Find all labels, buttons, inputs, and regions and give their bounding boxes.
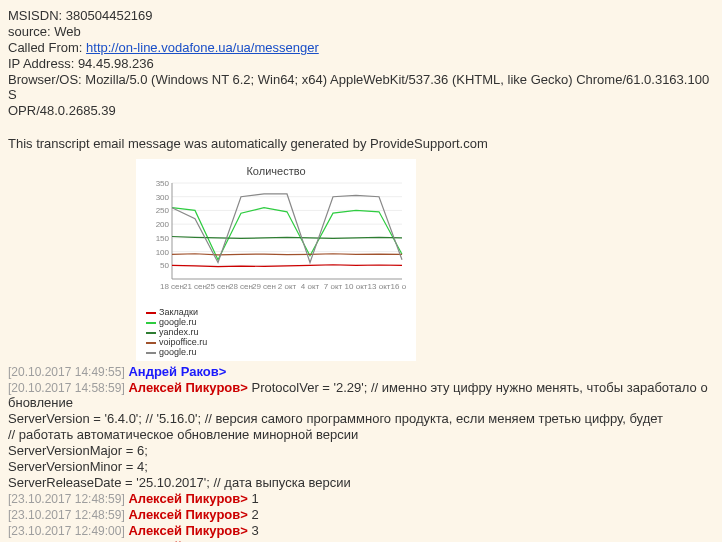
message-gt: > bbox=[240, 380, 248, 395]
chart-legend: Закладкиgoogle.ruyandex.ruvoipoffice.rug… bbox=[146, 307, 406, 357]
message-gt: > bbox=[240, 507, 248, 522]
svg-text:250: 250 bbox=[156, 206, 170, 215]
legend-label: Закладки bbox=[159, 307, 198, 317]
svg-text:16 окт: 16 окт bbox=[391, 282, 406, 291]
legend-item: Закладки bbox=[146, 307, 406, 317]
message-timestamp: [23.10.2017 12:48:59] bbox=[8, 508, 125, 522]
meta-ip: IP Address: 94.45.98.236 bbox=[8, 56, 714, 71]
legend-label: voipoffice.ru bbox=[159, 337, 207, 347]
chart-svg: 5010015020025030035018 сен21 сен25 сен28… bbox=[146, 179, 406, 307]
message-body: 3 bbox=[248, 523, 259, 538]
svg-text:13 окт: 13 окт bbox=[368, 282, 391, 291]
meta-opr: OPR/48.0.2685.39 bbox=[8, 103, 714, 118]
svg-text:29 сен: 29 сен bbox=[252, 282, 276, 291]
message-row: [20.10.2017 14:58:59] Алексей Пикуров> P… bbox=[8, 380, 714, 410]
message-body: 2 bbox=[248, 507, 259, 522]
message-author: Алексей Пикуров bbox=[128, 380, 240, 395]
svg-text:150: 150 bbox=[156, 234, 170, 243]
message-continuation: ServerReleaseDate = '25.10.2017'; // дат… bbox=[8, 475, 714, 490]
svg-text:4 окт: 4 окт bbox=[301, 282, 320, 291]
message-body: 1 bbox=[248, 491, 259, 506]
chart-container: Количество 5010015020025030035018 сен21 … bbox=[136, 159, 416, 361]
message-list: [20.10.2017 14:49:55] Андрей Раков>[20.1… bbox=[8, 364, 714, 542]
svg-text:2 окт: 2 окт bbox=[278, 282, 297, 291]
source-value: Web bbox=[54, 24, 81, 39]
called-from-link[interactable]: http://on-line.vodafone.ua/ua/messenger bbox=[86, 40, 319, 55]
meta-called-from: Called From: http://on-line.vodafone.ua/… bbox=[8, 40, 714, 55]
legend-item: google.ru bbox=[146, 347, 406, 357]
message-author: Алексей Пикуров bbox=[128, 507, 240, 522]
svg-text:25 сен: 25 сен bbox=[206, 282, 230, 291]
browser-label: Browser/OS: bbox=[8, 72, 82, 87]
svg-text:50: 50 bbox=[160, 261, 169, 270]
called-from-label: Called From: bbox=[8, 40, 82, 55]
message-row: [23.10.2017 12:48:59] Алексей Пикуров> 2 bbox=[8, 507, 714, 522]
message-row: [20.10.2017 14:49:55] Андрей Раков> bbox=[8, 364, 714, 379]
chart-title: Количество bbox=[146, 165, 406, 177]
svg-text:100: 100 bbox=[156, 248, 170, 257]
legend-label: yandex.ru bbox=[159, 327, 199, 337]
legend-item: yandex.ru bbox=[146, 327, 406, 337]
message-row: [23.10.2017 12:48:59] Алексей Пикуров> 1 bbox=[8, 491, 714, 506]
svg-text:7 окт: 7 окт bbox=[324, 282, 343, 291]
message-gt: > bbox=[240, 491, 248, 506]
msisdn-label: MSISDN: bbox=[8, 8, 62, 23]
browser-value: Mozilla/5.0 (Windows NT 6.2; Win64; x64)… bbox=[8, 72, 709, 102]
message-continuation: ServerVersionMinor = 4; bbox=[8, 459, 714, 474]
legend-item: voipoffice.ru bbox=[146, 337, 406, 347]
message-author: Андрей Раков bbox=[128, 364, 218, 379]
transcript-note: This transcript email message was automa… bbox=[8, 136, 714, 151]
svg-text:18 сен: 18 сен bbox=[160, 282, 184, 291]
message-timestamp: [20.10.2017 14:49:55] bbox=[8, 365, 125, 379]
legend-label: google.ru bbox=[159, 347, 197, 357]
legend-label: google.ru bbox=[159, 317, 197, 327]
svg-text:10 окт: 10 окт bbox=[345, 282, 368, 291]
legend-item: google.ru bbox=[146, 317, 406, 327]
svg-text:21 сен: 21 сен bbox=[183, 282, 207, 291]
msisdn-value: 380504452169 bbox=[66, 8, 153, 23]
ip-value: 94.45.98.236 bbox=[78, 56, 154, 71]
message-continuation: // работать автоматическое обновление ми… bbox=[8, 427, 714, 442]
message-timestamp: [20.10.2017 14:58:59] bbox=[8, 381, 125, 395]
message-author: Алексей Пикуров bbox=[128, 491, 240, 506]
message-gt: > bbox=[240, 523, 248, 538]
message-row: [23.10.2017 12:49:00] Алексей Пикуров> 3 bbox=[8, 523, 714, 538]
message-gt: > bbox=[219, 364, 227, 379]
message-timestamp: [23.10.2017 12:49:00] bbox=[8, 524, 125, 538]
message-continuation: ServerVersionMajor = 6; bbox=[8, 443, 714, 458]
source-label: source: bbox=[8, 24, 51, 39]
svg-text:300: 300 bbox=[156, 193, 170, 202]
message-timestamp: [23.10.2017 12:48:59] bbox=[8, 492, 125, 506]
message-continuation: ServerVersion = '6.4.0'; // '5.16.0'; //… bbox=[8, 411, 714, 426]
meta-msisdn: MSISDN: 380504452169 bbox=[8, 8, 714, 23]
svg-text:28 сен: 28 сен bbox=[229, 282, 253, 291]
message-author: Алексей Пикуров bbox=[128, 523, 240, 538]
meta-browser: Browser/OS: Mozilla/5.0 (Windows NT 6.2;… bbox=[8, 72, 714, 102]
svg-text:200: 200 bbox=[156, 220, 170, 229]
meta-source: source: Web bbox=[8, 24, 714, 39]
svg-text:350: 350 bbox=[156, 179, 170, 188]
ip-label: IP Address: bbox=[8, 56, 74, 71]
